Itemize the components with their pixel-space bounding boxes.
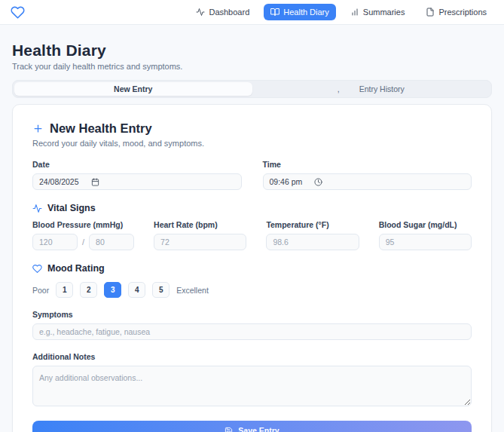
- heart-rate-group: Heart Rate (bpm): [154, 220, 246, 250]
- nav-links: Dashboard Health Diary Summaries Prescri…: [189, 4, 493, 20]
- tab-entry-history-mark: ,: [338, 84, 340, 93]
- nav-item-label: Prescriptions: [438, 8, 487, 17]
- calendar-icon: [91, 178, 99, 186]
- new-health-entry-card: New Health Entry Record your daily vital…: [12, 104, 492, 432]
- blood-pressure-group: Blood Pressure (mmHg) /: [32, 220, 134, 250]
- heart-logo-icon: [11, 5, 25, 20]
- blood-sugar-group: Blood Sugar (mg/dL): [379, 220, 472, 250]
- mood-button-3[interactable]: 3: [104, 282, 121, 298]
- time-label: Time: [263, 160, 472, 169]
- symptoms-input[interactable]: [32, 323, 472, 340]
- blood-sugar-input[interactable]: [379, 234, 472, 250]
- date-label: Date: [32, 160, 242, 169]
- time-field-group: Time 09:46 pm: [263, 160, 472, 190]
- systolic-input[interactable]: [32, 234, 78, 250]
- symptoms-label: Symptoms: [32, 310, 472, 319]
- mood-rating-heading: Mood Rating: [32, 263, 472, 274]
- tab-bar: New Entry , Entry History: [12, 80, 492, 98]
- time-value: 09:46 pm: [270, 177, 303, 186]
- nav-item-prescriptions[interactable]: Prescriptions: [419, 4, 493, 20]
- page-subtitle: Track your daily health metrics and symp…: [12, 62, 492, 71]
- mood-low-label: Poor: [32, 286, 49, 295]
- mood-button-4[interactable]: 4: [128, 282, 145, 298]
- heart-rate-input[interactable]: [154, 234, 246, 250]
- nav-item-summaries[interactable]: Summaries: [344, 4, 412, 20]
- book-open-icon: [270, 8, 279, 17]
- save-entry-button[interactable]: Save Entry: [32, 421, 472, 432]
- card-title: New Health Entry: [50, 121, 152, 136]
- date-field-group: Date 24/08/2025: [32, 160, 242, 190]
- card-subtitle: Record your daily vitals, mood, and symp…: [32, 139, 472, 148]
- mood-button-5[interactable]: 5: [152, 282, 170, 298]
- notes-label: Additional Notes: [32, 352, 472, 361]
- vital-signs-title: Vital Signs: [47, 203, 96, 213]
- activity-icon: [32, 204, 42, 213]
- tab-label: New Entry: [114, 84, 152, 93]
- heart-icon: [32, 264, 42, 274]
- date-value: 24/08/2025: [39, 177, 79, 186]
- notes-group: Additional Notes: [32, 352, 472, 409]
- mood-rating-title: Mood Rating: [47, 263, 105, 274]
- plus-icon: [32, 123, 44, 134]
- blood-pressure-label: Blood Pressure (mmHg): [32, 220, 134, 229]
- save-icon: [225, 427, 233, 432]
- bar-chart-icon: [350, 8, 359, 17]
- nav-item-label: Summaries: [363, 8, 405, 17]
- nav-item-health-diary[interactable]: Health Diary: [264, 4, 336, 20]
- vital-signs-heading: Vital Signs: [32, 203, 472, 213]
- clock-icon: [314, 178, 322, 186]
- mood-button-1[interactable]: 1: [56, 282, 73, 298]
- page-content: Health Diary Track your daily health met…: [0, 25, 504, 432]
- diastolic-input[interactable]: [89, 234, 134, 250]
- app-logo[interactable]: [11, 5, 25, 20]
- card-title-row: New Health Entry: [32, 121, 472, 136]
- mood-high-label: Excellent: [176, 286, 209, 295]
- bp-separator: /: [82, 237, 84, 247]
- time-input[interactable]: 09:46 pm: [263, 173, 472, 190]
- mood-rating-row: Poor 1 2 3 4 5 Excellent: [32, 282, 472, 298]
- temperature-label: Temperature (°F): [266, 220, 359, 229]
- mood-button-2[interactable]: 2: [80, 282, 97, 298]
- nav-item-label: Health Diary: [283, 8, 329, 17]
- nav-item-dashboard[interactable]: Dashboard: [189, 4, 256, 20]
- heart-rate-label: Heart Rate (bpm): [154, 220, 246, 229]
- symptoms-group: Symptoms: [32, 310, 472, 340]
- tab-entry-history[interactable]: , Entry History: [252, 82, 490, 96]
- blood-sugar-label: Blood Sugar (mg/dL): [379, 220, 472, 229]
- activity-icon: [196, 8, 205, 17]
- date-input[interactable]: 24/08/2025: [32, 173, 242, 190]
- file-text-icon: [426, 8, 435, 17]
- tab-new-entry[interactable]: New Entry: [14, 82, 252, 96]
- notes-textarea[interactable]: [32, 366, 472, 406]
- nav-item-label: Dashboard: [209, 8, 249, 17]
- temperature-group: Temperature (°F): [266, 220, 359, 250]
- page-title: Health Diary: [12, 41, 492, 60]
- temperature-input[interactable]: [266, 234, 359, 250]
- tab-label: Entry History: [359, 84, 405, 93]
- top-navigation-bar: Dashboard Health Diary Summaries Prescri…: [0, 0, 504, 25]
- save-entry-label: Save Entry: [238, 426, 279, 432]
